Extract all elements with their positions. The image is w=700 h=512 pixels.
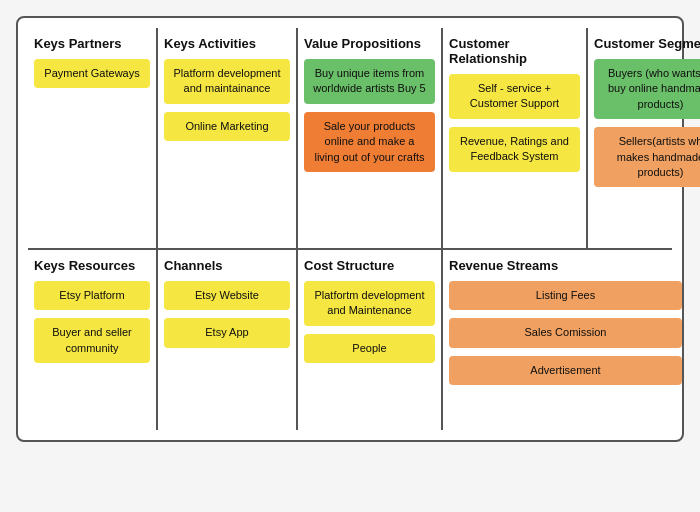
card-revenue-streams-2: Advertisement (449, 356, 682, 385)
cell-title-cost-structure: Cost Structure (304, 258, 435, 273)
card-keys-partners-0: Payment Gateways (34, 59, 150, 88)
card-channels-0: Etsy Website (164, 281, 290, 310)
cell-keys-activities: Keys ActivitiesPlatform development and … (158, 28, 298, 248)
cell-title-channels: Channels (164, 258, 290, 273)
card-revenue-streams-1: Sales Comission (449, 318, 682, 347)
cell-title-keys-resources: Keys Resources (34, 258, 150, 273)
cell-customer-segments: Customer SegmentsBuyers (who wants to bu… (588, 28, 700, 248)
cell-customer-relationship: Customer RelationshipSelf - service + Cu… (443, 28, 588, 248)
card-customer-segments-0: Buyers (who wants to buy online handmade… (594, 59, 700, 119)
card-cost-structure-0: Platfortm development and Maintenance (304, 281, 435, 326)
cell-revenue-streams: Revenue StreamsListing FeesSales Comissi… (443, 250, 688, 430)
card-keys-activities-0: Platform development and maintainance (164, 59, 290, 104)
card-revenue-streams-0: Listing Fees (449, 281, 682, 310)
bmc-canvas: Keys PartnersPayment GatewaysKeys Activi… (16, 16, 684, 442)
card-customer-relationship-1: Revenue, Ratings and Feedback System (449, 127, 580, 172)
cell-title-customer-segments: Customer Segments (594, 36, 700, 51)
cell-title-customer-relationship: Customer Relationship (449, 36, 580, 66)
cell-cost-structure: Cost StructurePlatfortm development and … (298, 250, 443, 430)
card-value-propositions-0: Buy unique items from worldwide artists … (304, 59, 435, 104)
card-channels-1: Etsy App (164, 318, 290, 347)
cell-title-keys-partners: Keys Partners (34, 36, 150, 51)
cell-title-value-propositions: Value Propositions (304, 36, 435, 51)
cell-value-propositions: Value PropositionsBuy unique items from … (298, 28, 443, 248)
card-keys-activities-1: Online Marketing (164, 112, 290, 141)
top-row: Keys PartnersPayment GatewaysKeys Activi… (28, 28, 672, 250)
cell-keys-resources: Keys ResourcesEtsy PlatformBuyer and sel… (28, 250, 158, 430)
card-customer-segments-1: Sellers(artists wh makes handmade produc… (594, 127, 700, 187)
card-customer-relationship-0: Self - service + Customer Support (449, 74, 580, 119)
card-value-propositions-1: Sale your products online and make a liv… (304, 112, 435, 172)
card-cost-structure-1: People (304, 334, 435, 363)
cell-title-revenue-streams: Revenue Streams (449, 258, 682, 273)
cell-keys-partners: Keys PartnersPayment Gateways (28, 28, 158, 248)
cell-title-keys-activities: Keys Activities (164, 36, 290, 51)
card-keys-resources-0: Etsy Platform (34, 281, 150, 310)
cell-channels: ChannelsEtsy WebsiteEtsy App (158, 250, 298, 430)
card-keys-resources-1: Buyer and seller community (34, 318, 150, 363)
bottom-row: Keys ResourcesEtsy PlatformBuyer and sel… (28, 250, 672, 430)
